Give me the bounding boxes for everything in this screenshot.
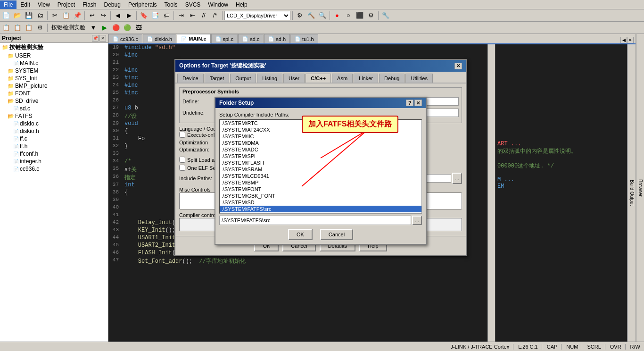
menu-tools[interactable]: Tools [161,0,182,9]
new-btn[interactable]: 📄 [1,10,11,21]
path-gbkfont[interactable]: .\SYSTEM\GBK_FONT [220,192,421,199]
tab-tu1h[interactable]: 📄tu1.h [290,34,318,43]
tree-sysinit[interactable]: 📁 SYS_Init [0,75,108,82]
folder-ok-btn[interactable]: OK [288,229,313,240]
save-all-btn[interactable]: 🗂 [35,10,45,21]
compile-btn[interactable]: ⚙ [295,10,305,21]
tree-ffc[interactable]: 📄 ff.c [0,135,108,142]
folder-help-btn[interactable]: ? [406,100,413,106]
path-flash[interactable]: .\SYSTEM\FLASH [220,159,421,166]
tree-font[interactable]: 📁 FONT [0,90,108,97]
uncomment-btn[interactable]: /* [210,10,220,21]
path-dma[interactable]: .\SYSTEM\DMA [220,140,421,146]
dtab-debug[interactable]: Debug [379,74,405,83]
save-btn[interactable]: 💾 [24,10,34,21]
dtab-device[interactable]: Device [177,74,204,83]
dtab-utilities[interactable]: Utilities [405,74,432,83]
dtab-target[interactable]: Target [205,74,230,83]
dtab-asm[interactable]: Asm [332,74,353,83]
build-btn[interactable]: 🔨 [306,10,316,21]
outdent-btn[interactable]: ⇤ [187,10,198,21]
path-bmp[interactable]: .\SYSTEM\BMP [220,179,421,186]
folder-listbox[interactable]: .\SYSTEM\RTC .\SYSTEM\AT24CXX .\SYSTEM\I… [219,119,422,214]
undo-btn[interactable]: ↩ [87,10,97,21]
dtab-cc[interactable]: C/C++ [305,74,331,83]
fwd-btn[interactable]: ▶ [124,10,134,21]
tree-fatfs[interactable]: 📂 FATFS [0,112,108,120]
path-font[interactable]: .\SYSTEM\FONT [220,186,421,192]
t2-btn2[interactable]: 📋 [12,23,23,33]
menu-svcs[interactable]: SVCS [182,0,205,9]
settings-btn[interactable]: 🔧 [380,10,391,21]
tab-close-btn[interactable]: ✕ [627,37,634,43]
exec-only-checkbox[interactable] [179,132,185,138]
debug-btn[interactable]: ● [332,10,342,21]
editor-scrollbar[interactable] [487,44,495,342]
include-browse-btn[interactable]: ... [452,173,462,184]
menu-edit[interactable]: Edit [17,0,34,9]
dtab-output[interactable]: Output [230,74,256,83]
folder-cancel-btn[interactable]: Cancel [320,229,353,240]
path-lcd9341[interactable]: .\SYSTEM\LCD9341 [220,173,421,179]
open-btn[interactable]: 📂 [12,10,23,21]
tab-sdc[interactable]: 📄sd.c [238,34,264,43]
cut-btn[interactable]: ✂ [50,10,60,21]
stop-btn[interactable]: ⬛ [355,10,365,21]
path-sram[interactable]: .\SYSTEM\SRAM [220,166,421,173]
dtab-linker[interactable]: Linker [354,74,378,83]
folder-close-btn[interactable]: ✕ [414,100,422,106]
target-dropdown[interactable]: LCD_X_DisplayDriver [224,11,290,20]
bookmark3-btn[interactable]: 🏷 [161,10,172,21]
tree-bmp[interactable]: 📁 BMP_picture [0,82,108,90]
t2-run-btn[interactable]: ▶ [99,23,110,33]
browser-panel[interactable]: Browser [636,34,644,342]
build-output-panel[interactable]: Build Output [627,44,636,342]
indent-btn[interactable]: ⇥ [176,10,186,21]
redo-btn[interactable]: ↪ [98,10,108,21]
sidebar-pin-btn[interactable]: 📌 [92,35,99,42]
t2-img-btn[interactable]: 🖼 [133,23,144,33]
folder-browse-btn[interactable]: ... [412,216,422,225]
comment-btn[interactable]: // [198,10,209,21]
menu-window[interactable]: Window [204,0,232,9]
path-adc[interactable]: .\SYSTEM\ADC [220,146,421,153]
back-btn[interactable]: ◀ [113,10,123,21]
tab-sdh[interactable]: 📄sd.h [264,34,290,43]
oneelf-checkbox[interactable] [179,165,185,171]
menu-flash[interactable]: Flash [79,0,100,9]
copy-btn[interactable]: 📋 [61,10,71,21]
tree-cc936c[interactable]: 📄 cc936.c [0,165,108,173]
tree-ffh[interactable]: 📄 ff.h [0,142,108,150]
run-btn[interactable]: ○ [343,10,354,21]
bookmark-btn[interactable]: 🔖 [139,10,149,21]
tree-root[interactable]: 📁 按键检测实验 [0,43,108,52]
t2-btn1[interactable]: 📋 [1,23,11,33]
search-btn[interactable]: 🔍 [317,10,328,21]
tab-cc936c[interactable]: 📄cc936.c [108,34,142,43]
path-fatfs[interactable]: .\SYSTEM\FATFS\src [220,206,421,212]
tab-mainc[interactable]: 📄MAIN.c [177,34,210,43]
tab-diskioh[interactable]: 📄diskio.h [143,34,176,43]
tree-diskioc[interactable]: 📄 diskio.c [0,120,108,127]
dtab-listing[interactable]: Listing [257,74,282,83]
menu-help[interactable]: Help [232,0,251,9]
paste-btn[interactable]: 📌 [72,10,83,21]
path-iic[interactable]: .\SYSTEM\IIC [220,133,421,140]
folder-path-input[interactable] [219,216,411,225]
tree-sddrive[interactable]: 📂 SD_drive [0,97,108,105]
t2-red-btn[interactable]: 🔴 [111,23,121,33]
menu-debug[interactable]: Debug [100,0,124,9]
tree-system[interactable]: 📁 SYSTEM [0,67,108,75]
dtab-user[interactable]: User [283,74,305,83]
tree-integerh[interactable]: 📄 integer.h [0,158,108,165]
path-sd[interactable]: .\SYSTEM\SD [220,199,421,206]
menu-project[interactable]: Project [54,0,79,9]
sidebar-close-btn[interactable]: ✕ [99,35,106,42]
folder-dialog-title[interactable]: Folder Setup ? ✕ [215,98,426,108]
t2-btn3[interactable]: 📋 [24,23,34,33]
tree-sdc[interactable]: 📄 sd.c [0,105,108,112]
options-dialog-title[interactable]: Options for Target '按键检测实验' ✕ [175,60,466,72]
options-btn[interactable]: ⚙ [366,10,376,21]
menu-file[interactable]: File [0,0,17,9]
tree-diskioh[interactable]: 📄 diskio.h [0,127,108,135]
